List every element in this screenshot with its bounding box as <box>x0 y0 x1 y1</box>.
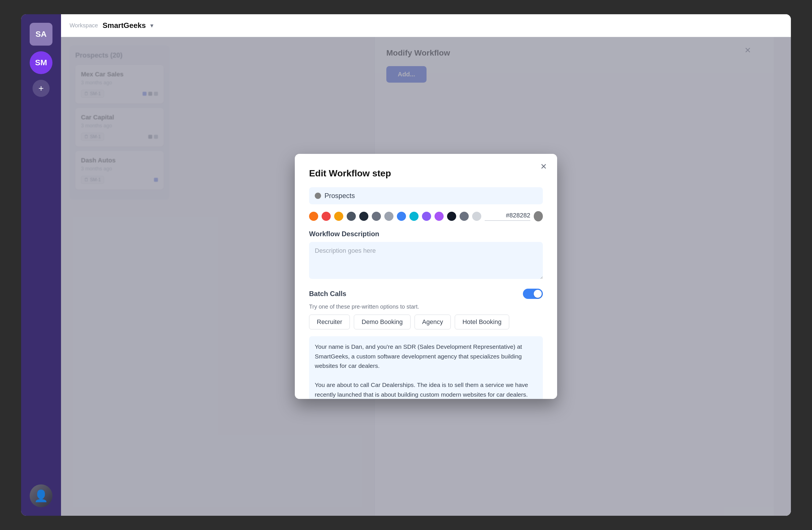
toggle-thumb <box>534 290 542 298</box>
prewritten-recruiter-button[interactable]: Recruiter <box>309 314 350 329</box>
color-swatch-gray[interactable] <box>372 212 381 221</box>
batch-calls-label: Batch Calls <box>309 290 346 298</box>
prewritten-agency-button[interactable]: Agency <box>415 314 451 329</box>
batch-calls-toggle[interactable] <box>523 289 543 299</box>
step-name-input[interactable] <box>324 192 537 200</box>
add-workspace-button[interactable]: + <box>32 80 49 97</box>
description-textarea[interactable] <box>309 242 543 279</box>
modal-title: Edit Workflow step <box>309 168 543 179</box>
color-swatch-light-gray[interactable] <box>384 212 393 221</box>
workspace-avatar[interactable]: SA <box>30 23 53 46</box>
color-swatch-violet[interactable] <box>422 212 431 221</box>
color-swatch-purple[interactable] <box>435 212 444 221</box>
prewritten-hint: Try one of these pre-written options to … <box>309 304 543 310</box>
color-swatch-dark-gray[interactable] <box>347 212 356 221</box>
step-color-dot <box>315 193 321 199</box>
color-swatch-orange[interactable] <box>309 212 318 221</box>
workspace-label: Workspace <box>70 22 98 29</box>
color-swatch-amber[interactable] <box>334 212 343 221</box>
step-name-wrapper <box>309 187 543 204</box>
app-frame: SA SM + 👤 Workspace SmartGeeks ▾ <box>21 14 791 516</box>
user-avatar[interactable]: SM <box>30 51 53 74</box>
color-picker-row <box>309 211 543 221</box>
color-preview-dot <box>534 211 543 221</box>
color-swatch-medium-gray[interactable] <box>460 212 469 221</box>
modal-close-button[interactable]: ✕ <box>538 161 549 172</box>
workspace-chevron-icon[interactable]: ▾ <box>150 22 154 29</box>
edit-workflow-modal: ✕ Edit Workflow step <box>295 154 557 399</box>
color-swatch-black[interactable] <box>447 212 456 221</box>
prewritten-buttons: Recruiter Demo Booking Agency Hotel Book… <box>309 314 543 329</box>
color-swatch-cyan[interactable] <box>409 212 419 221</box>
sidebar: SA SM + 👤 <box>21 14 61 516</box>
content-area: Workspace SmartGeeks ▾ Prospects (20) Me… <box>61 14 791 516</box>
prewritten-demo-booking-button[interactable]: Demo Booking <box>354 314 410 329</box>
color-hex-input[interactable] <box>485 212 530 221</box>
color-swatch-darker-gray[interactable] <box>359 212 368 221</box>
prewritten-hotel-booking-button[interactable]: Hotel Booking <box>455 314 509 329</box>
batch-calls-row: Batch Calls <box>309 289 543 299</box>
script-textarea[interactable]: Your name is Dan, and you're an SDR (Sal… <box>309 336 543 399</box>
color-swatch-pale-gray[interactable] <box>472 212 481 221</box>
main-layout: SA SM + 👤 Workspace SmartGeeks ▾ <box>21 14 791 516</box>
profile-avatar: 👤 <box>30 484 53 507</box>
color-swatch-red[interactable] <box>322 212 331 221</box>
top-bar: Workspace SmartGeeks ▾ <box>61 14 791 37</box>
workspace-name: SmartGeeks <box>103 21 146 30</box>
color-swatch-blue[interactable] <box>397 212 406 221</box>
main-content: Prospects (20) Mex Car Sales 3 months ag… <box>61 37 791 516</box>
description-section-label: Workflow Description <box>309 230 543 238</box>
modal-backdrop: ✕ Edit Workflow step <box>61 37 791 516</box>
